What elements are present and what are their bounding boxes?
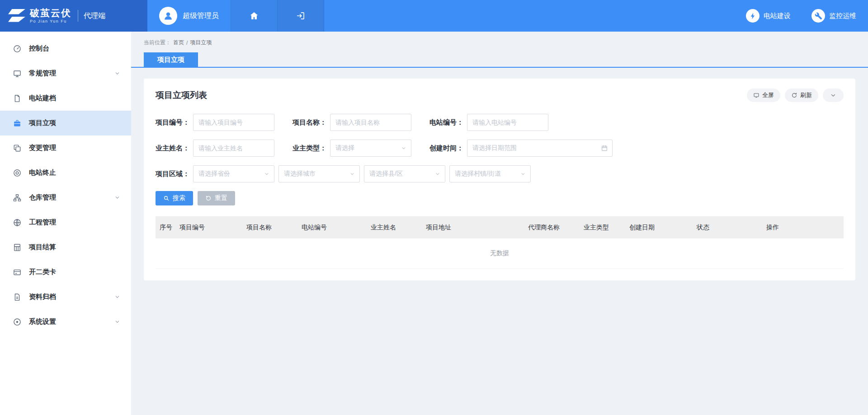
user-menu[interactable]: 超级管理员 <box>147 0 231 32</box>
county-select[interactable]: 请选择县/区 <box>364 165 445 182</box>
filter-owner-name: 业主姓名： <box>156 140 274 157</box>
collapse-toolbar-button[interactable] <box>823 89 844 102</box>
home-button[interactable] <box>231 0 278 32</box>
sidebar-item-label: 系统设置 <box>29 317 56 326</box>
station-no-label: 电站编号： <box>429 118 463 127</box>
projects-table: 序号 项目编号 项目名称 电站编号 业主姓名 项目地址 代理商名称 业主类型 创… <box>156 216 844 269</box>
project-no-input[interactable] <box>193 114 274 131</box>
quick-link-label: 监控运维 <box>829 12 856 20</box>
main-content: 当前位置： 首页 / 项目立项 项目立项 项目立项列表 全屏 刷新 <box>131 32 868 415</box>
sidebar-item-warehouse-mgmt[interactable]: 仓库管理 <box>0 185 131 210</box>
project-no-label: 项目编号： <box>156 118 189 127</box>
fullscreen-button[interactable]: 全屏 <box>747 89 780 102</box>
col-seq: 序号 <box>156 224 175 232</box>
date-range-placeholder: 请选择日期范围 <box>472 144 601 152</box>
sidebar-item-label: 常规管理 <box>29 69 56 78</box>
sidebar-item-engineering-mgmt[interactable]: 工程管理 <box>0 210 131 235</box>
filter-row-2: 业主姓名： 业主类型： 请选择 创建时间： 请选择日期范围 <box>156 140 844 157</box>
globe-icon <box>13 218 22 227</box>
col-station-no: 电站编号 <box>297 224 367 232</box>
city-select[interactable]: 请选择城市 <box>278 165 360 182</box>
copy-icon <box>13 144 22 153</box>
filter-owner-type: 业主类型： 请选择 <box>292 140 411 157</box>
calculator-icon <box>13 243 22 252</box>
tab-project-initiation[interactable]: 项目立项 <box>144 52 198 67</box>
sidebar-item-label: 仓库管理 <box>29 193 56 202</box>
filter-region: 项目区域： 请选择省份 请选择城市 请选择县/区 <box>156 165 531 182</box>
sidebar-item-system-settings[interactable]: 系统设置 <box>0 309 131 334</box>
user-name: 超级管理员 <box>183 11 219 21</box>
breadcrumb-home-link[interactable]: 首页 <box>173 39 184 47</box>
brand-title: 破茧云伏 <box>30 8 71 18</box>
chevron-down-icon <box>401 145 407 151</box>
sidebar-item-label: 控制台 <box>29 44 49 53</box>
county-placeholder: 请选择县/区 <box>369 170 434 178</box>
search-button[interactable]: 搜索 <box>156 191 193 205</box>
quick-link-station-build[interactable]: 电站建设 <box>746 9 791 23</box>
date-range-picker[interactable]: 请选择日期范围 <box>467 140 613 157</box>
refresh-button[interactable]: 刷新 <box>785 89 818 102</box>
breadcrumb-current: 项目立项 <box>190 39 212 47</box>
col-project-no: 项目编号 <box>175 224 242 232</box>
table-header-row: 序号 项目编号 项目名称 电站编号 业主姓名 项目地址 代理商名称 业主类型 创… <box>156 216 844 238</box>
station-no-input[interactable] <box>467 114 548 131</box>
search-icon <box>163 195 170 201</box>
province-placeholder: 请选择省份 <box>198 170 264 178</box>
owner-type-placeholder: 请选择 <box>335 144 401 152</box>
sidebar-item-data-archive[interactable]: 资料归档 <box>0 284 131 309</box>
sidebar-item-label: 资料归档 <box>29 293 56 301</box>
user-avatar-icon <box>159 7 177 25</box>
sidebar-item-open-type2-card[interactable]: 开二类卡 <box>0 260 131 284</box>
target-icon <box>13 168 22 177</box>
filter-row-3: 项目区域： 请选择省份 请选择城市 请选择县/区 <box>156 165 844 182</box>
owner-name-input[interactable] <box>193 140 274 157</box>
refresh-icon <box>791 92 797 98</box>
search-label: 搜索 <box>173 194 185 202</box>
chevron-down-icon <box>114 195 120 201</box>
sidebar-item-console[interactable]: 控制台 <box>0 36 131 61</box>
chevron-down-icon <box>520 171 526 177</box>
owner-type-label: 业主类型： <box>292 144 326 153</box>
project-name-label: 项目名称： <box>292 118 326 127</box>
owner-type-select[interactable]: 请选择 <box>330 140 411 157</box>
chevron-down-icon <box>349 171 355 177</box>
project-name-input[interactable] <box>330 114 411 131</box>
logout-button[interactable] <box>278 0 324 32</box>
exit-icon <box>296 11 306 21</box>
reset-icon <box>205 195 212 201</box>
chevron-down-icon <box>114 70 120 76</box>
project-list-panel: 项目立项列表 全屏 刷新 项目编号： <box>144 79 855 280</box>
sidebar-item-label: 工程管理 <box>29 218 56 227</box>
col-actions: 操作 <box>762 224 844 232</box>
sidebar-item-station-filing[interactable]: 电站建档 <box>0 86 131 111</box>
archive-icon <box>13 293 22 302</box>
wrench-icon <box>811 9 825 23</box>
filter-created-time: 创建时间： 请选择日期范围 <box>429 140 613 157</box>
sidebar-item-change-mgmt[interactable]: 变更管理 <box>0 135 131 160</box>
reset-button[interactable]: 重置 <box>198 191 235 205</box>
panel-toolbar: 全屏 刷新 <box>747 89 844 102</box>
col-agent-name: 代理商名称 <box>524 224 580 232</box>
fullscreen-icon <box>753 92 760 98</box>
quick-link-monitoring-ops[interactable]: 监控运维 <box>811 9 856 23</box>
sidebar-item-label: 项目结算 <box>29 243 56 252</box>
sidebar-item-general-mgmt[interactable]: 常规管理 <box>0 61 131 86</box>
sidebar-item-project-initiation[interactable]: 项目立项 <box>0 111 131 135</box>
sidebar-nav: 控制台 常规管理 电站建档 项目立项 变更管理 电站终止 <box>0 32 131 415</box>
calendar-icon <box>601 145 608 152</box>
brand-logo-icon <box>8 9 25 23</box>
province-select[interactable]: 请选择省份 <box>193 165 274 182</box>
created-time-label: 创建时间： <box>429 144 463 153</box>
sidebar-item-project-settlement[interactable]: 项目结算 <box>0 235 131 260</box>
chevron-down-icon <box>114 319 120 325</box>
breadcrumb-separator: / <box>186 40 188 46</box>
monitor-icon <box>13 69 22 78</box>
fullscreen-label: 全屏 <box>762 91 774 99</box>
settings-icon <box>13 317 22 326</box>
col-status: 状态 <box>693 224 762 232</box>
brand-text: 破茧云伏 Po Jian Yun Fu <box>30 8 71 23</box>
town-select[interactable]: 请选择村镇/街道 <box>449 165 531 182</box>
brand-subtitle: Po Jian Yun Fu <box>30 19 71 23</box>
region-selects: 请选择省份 请选择城市 请选择县/区 请选择村镇/街道 <box>193 165 531 182</box>
sidebar-item-station-termination[interactable]: 电站终止 <box>0 160 131 185</box>
